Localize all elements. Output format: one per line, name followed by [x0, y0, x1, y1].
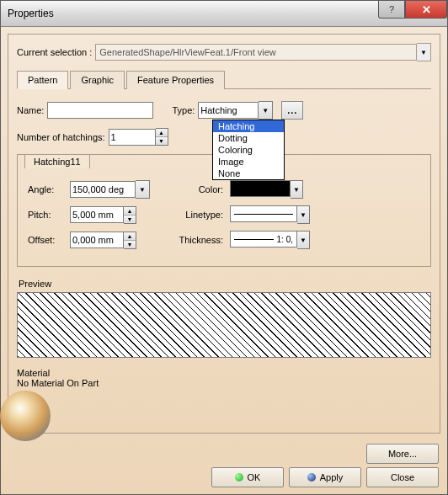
thickness-dropdown[interactable]: ▼ [297, 231, 310, 249]
offset-spinner[interactable]: ▲▼ [70, 232, 163, 249]
tab-graphic[interactable]: Graphic [70, 71, 125, 89]
spin-up-icon[interactable]: ▲ [124, 232, 136, 241]
spin-down-icon[interactable]: ▼ [124, 216, 136, 223]
pitch-spinner[interactable]: ▲▼ [70, 206, 163, 224]
apply-label: Apply [320, 472, 344, 482]
type-option-none[interactable]: None [213, 168, 284, 179]
pitch-label: Pitch: [28, 210, 70, 220]
tab-feature-properties[interactable]: Feature Properties [126, 71, 225, 89]
color-dropdown[interactable]: ▼ [291, 180, 303, 199]
num-hatchings-input[interactable] [109, 129, 156, 146]
apply-button[interactable]: Apply [289, 467, 361, 487]
type-option-image[interactable]: Image [213, 156, 284, 168]
current-selection-field[interactable] [95, 44, 417, 61]
material-label: Material [17, 368, 431, 378]
ok-button[interactable]: OK [211, 467, 284, 487]
thickness-line [234, 239, 274, 240]
type-browse-button[interactable]: ... [281, 101, 303, 120]
thickness-picker[interactable]: 1: 0, ▼ [230, 231, 310, 249]
preview-label: Preview [19, 279, 431, 289]
current-selection-label: Current selection : [17, 47, 92, 57]
current-selection-dropdown[interactable]: ▼ [417, 43, 431, 61]
preview-area [17, 292, 431, 358]
name-input[interactable] [47, 102, 153, 119]
name-label: Name: [17, 105, 44, 115]
type-dropdown-list[interactable]: Hatching Dotting Coloring Image None [212, 120, 285, 180]
thickness-value: 1: 0, [277, 235, 293, 244]
thickness-label: Thickness: [163, 235, 230, 245]
num-hatchings-label: Number of hatchings: [17, 132, 105, 142]
spin-down-icon[interactable]: ▼ [156, 137, 168, 145]
type-option-dotting[interactable]: Dotting [213, 132, 284, 144]
color-swatch [230, 180, 291, 197]
type-option-hatching[interactable]: Hatching [213, 120, 284, 132]
tab-strip: Pattern Graphic Feature Properties [17, 70, 431, 89]
angle-input[interactable] [70, 181, 136, 198]
linetype-dropdown[interactable]: ▼ [297, 205, 310, 224]
spin-up-icon[interactable]: ▲ [156, 129, 168, 137]
angle-dropdown[interactable]: ▼ [136, 180, 150, 199]
type-label: Type: [172, 105, 195, 115]
offset-label: Offset: [28, 235, 70, 245]
linetype-preview [234, 214, 293, 215]
window-title: Properties [1, 8, 54, 19]
color-label: Color: [163, 184, 230, 194]
color-picker[interactable]: ▼ [230, 180, 303, 199]
pitch-input[interactable] [70, 206, 124, 223]
linetype-picker[interactable]: ▼ [230, 205, 310, 224]
close-window-button[interactable]: ✕ [405, 1, 447, 19]
more-button[interactable]: More... [366, 444, 439, 464]
angle-combo[interactable]: ▼ [70, 180, 163, 199]
spin-up-icon[interactable]: ▲ [124, 207, 136, 216]
hatching-group-title: Hatching11 [24, 154, 90, 168]
close-button[interactable]: Close [366, 467, 439, 487]
angle-label: Angle: [28, 184, 70, 194]
offset-input[interactable] [70, 232, 124, 248]
linetype-label: Linetype: [163, 210, 230, 220]
ok-icon [235, 473, 243, 482]
spin-down-icon[interactable]: ▼ [124, 241, 136, 248]
type-dropdown-button[interactable]: ▼ [259, 101, 273, 120]
title-bar: Properties ? ✕ [1, 1, 447, 27]
apply-icon [307, 473, 316, 482]
type-option-coloring[interactable]: Coloring [213, 144, 284, 156]
ok-label: OK [248, 472, 261, 482]
num-hatchings-spinner[interactable]: ▲▼ [109, 128, 168, 146]
help-button[interactable]: ? [378, 1, 405, 19]
type-combo[interactable]: ▼ [198, 101, 273, 120]
type-value[interactable] [198, 102, 259, 119]
material-text: No Material On Part [17, 378, 431, 388]
tab-pattern[interactable]: Pattern [17, 71, 68, 89]
